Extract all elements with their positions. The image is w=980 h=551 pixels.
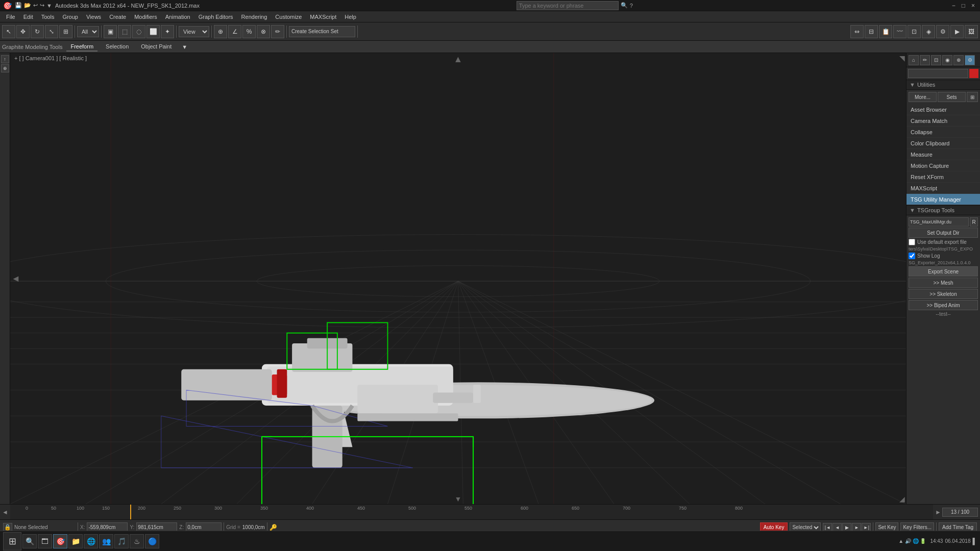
toolbar-spinner-snap[interactable]: ⊗ — [257, 25, 270, 38]
viewport-bottom-arrow[interactable]: ▼ — [455, 495, 462, 503]
toolbar-selection-set[interactable] — [289, 26, 355, 37]
use-default-export-checkbox[interactable] — [909, 239, 915, 245]
panel-search-input[interactable] — [908, 69, 968, 78]
help-icon[interactable]: ? — [630, 3, 633, 9]
toolbar-select-region[interactable]: ⬚ — [118, 25, 131, 38]
toolbar-align[interactable]: ⊟ — [865, 25, 878, 38]
export-scene-button[interactable]: Export Scene — [909, 266, 978, 277]
tab-selection[interactable]: Selection — [102, 42, 133, 52]
search-input[interactable] — [517, 1, 619, 10]
toolbar-filter-dropdown[interactable]: All — [77, 26, 99, 37]
toolbar-select-lasso[interactable]: ◌ — [132, 25, 145, 38]
taskbar-spotify[interactable]: 🎵 — [114, 534, 129, 548]
panel-search-clear[interactable] — [969, 69, 978, 78]
quick-access-open[interactable]: 📂 — [24, 2, 31, 9]
search-icon[interactable]: 🔍 — [621, 2, 628, 9]
show-log-checkbox[interactable] — [909, 253, 915, 259]
toolbar-ref-coord[interactable]: ⊞ — [59, 25, 72, 38]
minimize-button[interactable]: − — [950, 2, 958, 9]
utility-tsg-manager[interactable]: TSG Utility Manager — [906, 194, 980, 205]
viewport-bottom-right-arrow[interactable]: ◢ — [899, 495, 905, 503]
tab-freeform[interactable]: Freeform — [66, 42, 97, 52]
toolbar-percent-snap[interactable]: % — [242, 25, 256, 38]
menu-edit[interactable]: Edit — [19, 13, 37, 21]
tsg-dll-input[interactable] — [909, 217, 969, 227]
viewport-left-arrow[interactable]: ◄ — [11, 273, 20, 284]
tsg-r-button[interactable]: R — [970, 217, 978, 227]
toolbar-view-dropdown[interactable]: View — [179, 26, 209, 37]
close-button[interactable]: × — [969, 2, 977, 9]
menu-tools[interactable]: Tools — [37, 13, 59, 21]
skeleton-button[interactable]: >> Skeleton — [909, 289, 978, 299]
quick-access-extra[interactable]: ▼ — [46, 3, 52, 9]
toolbar-move[interactable]: ✥ — [16, 25, 30, 38]
toolbar-render-frame[interactable]: 🖼 — [965, 25, 978, 38]
toolbar-render[interactable]: ▶ — [950, 25, 964, 38]
utility-measure[interactable]: Measure — [906, 149, 980, 160]
menu-rendering[interactable]: Rendering — [237, 13, 272, 21]
more-button[interactable]: More... — [909, 92, 937, 102]
utility-camera-match[interactable]: Camera Match — [906, 115, 980, 127]
tsg-section-header[interactable]: ▼ TSGroup Tools — [906, 205, 980, 215]
taskbar-app5[interactable]: 👥 — [99, 534, 113, 548]
set-output-dir-button[interactable]: Set Output Dir — [909, 228, 978, 238]
menu-help[interactable]: Help — [340, 13, 360, 21]
mesh-button[interactable]: >> Mesh — [909, 278, 978, 288]
panel-icon-modify[interactable]: ✏ — [920, 55, 930, 65]
utilities-section-header[interactable]: ▼ Utilities — [906, 80, 980, 90]
biped-anim-button[interactable]: >> Biped Anim — [909, 300, 978, 310]
utility-collapse[interactable]: Collapse — [906, 127, 980, 138]
extra-button[interactable]: ⊞ — [967, 92, 978, 102]
viewport-top-arrow[interactable]: ▲ — [454, 54, 463, 65]
taskbar-3dsmax[interactable]: 🎯 — [53, 534, 67, 548]
toolbar-select[interactable]: ↖ — [2, 25, 15, 38]
taskbar-explorer[interactable]: 📁 — [68, 534, 83, 548]
menu-maxscript[interactable]: MAXScript — [306, 13, 340, 21]
panel-icon-utilities[interactable]: ⚙ — [965, 55, 975, 65]
viewport-top-right-arrow[interactable]: ◥ — [899, 54, 905, 62]
menu-group[interactable]: Group — [58, 13, 82, 21]
prev-frame-arrow[interactable]: ◄ — [2, 509, 8, 516]
taskbar-app9[interactable]: 🔵 — [145, 534, 159, 548]
toolbar-angle-snap[interactable]: ∠ — [228, 25, 241, 38]
graphite-extra[interactable]: ▼ — [182, 44, 187, 50]
toolbar-scale[interactable]: ⤡ — [45, 25, 58, 38]
panel-icon-create[interactable]: ⌂ — [909, 55, 919, 65]
show-desktop[interactable]: ▌ — [972, 538, 977, 545]
toolbar-layer-manager[interactable]: 📋 — [879, 25, 892, 38]
menu-create[interactable]: Create — [105, 13, 130, 21]
next-frame-arrow[interactable]: ► — [935, 509, 941, 516]
taskbar-chrome[interactable]: 🌐 — [84, 534, 98, 548]
toolbar-rotate[interactable]: ↻ — [31, 25, 44, 38]
panel-icon-hierarchy[interactable]: ⊡ — [931, 55, 941, 65]
taskbar-search[interactable]: 🔍 — [22, 534, 37, 548]
quick-access-redo[interactable]: ↪ — [40, 2, 44, 9]
utility-motion-capture[interactable]: Motion Capture — [906, 160, 980, 171]
left-tool-2[interactable]: ⊕ — [1, 64, 9, 72]
taskbar-start[interactable]: ⊞ — [3, 532, 21, 550]
menu-graph-editors[interactable]: Graph Editors — [194, 13, 237, 21]
toolbar-mirror[interactable]: ⇔ — [850, 25, 864, 38]
toolbar-window-crossing[interactable]: ⬜ — [146, 25, 160, 38]
toolbar-render-setup[interactable]: ⚙ — [936, 25, 949, 38]
menu-customize[interactable]: Customize — [271, 13, 306, 21]
utility-maxscript[interactable]: MAXScript — [906, 183, 980, 194]
menu-modifiers[interactable]: Modifiers — [130, 13, 161, 21]
sets-button[interactable]: Sets — [938, 92, 966, 102]
toolbar-edit-named-sel[interactable]: ✏ — [271, 25, 284, 38]
panel-icon-motion[interactable]: ◉ — [942, 55, 952, 65]
quick-access-undo[interactable]: ↩ — [33, 2, 38, 9]
menu-file[interactable]: File — [2, 13, 19, 21]
maximize-button[interactable]: □ — [960, 2, 967, 9]
taskbar-taskview[interactable]: 🗔 — [38, 534, 52, 548]
utility-asset-browser[interactable]: Asset Browser — [906, 104, 980, 115]
menu-views[interactable]: Views — [82, 13, 105, 21]
toolbar-paint-sel[interactable]: ✦ — [161, 25, 174, 38]
toolbar-select-obj[interactable]: ▣ — [104, 25, 117, 38]
viewport[interactable]: + [ ] Camera001 ] [ Realistic ] .grid-li… — [10, 53, 906, 504]
timeline[interactable]: 0 50 100 150 200 250 300 350 400 450 500… — [10, 505, 933, 519]
utility-color-clipboard[interactable]: Color Clipboard — [906, 138, 980, 149]
utility-reset-xform[interactable]: Reset XForm — [906, 171, 980, 183]
toolbar-material-editor[interactable]: ◈ — [922, 25, 935, 38]
panel-icon-display[interactable]: ⊕ — [953, 55, 964, 65]
